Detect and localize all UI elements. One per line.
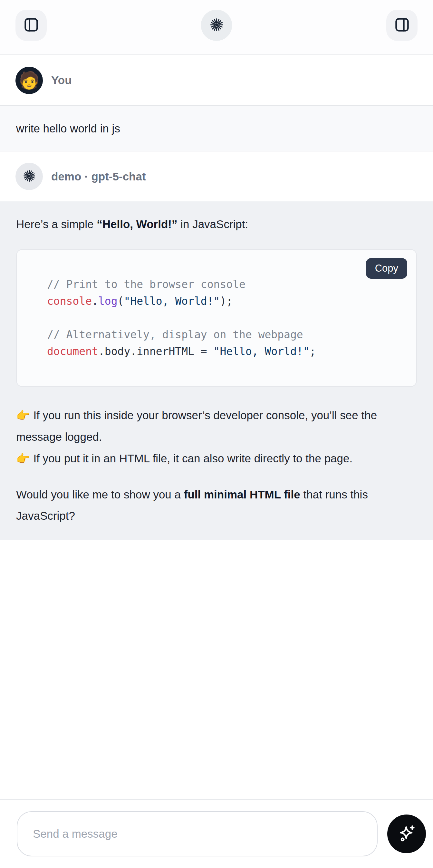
message-input[interactable] (17, 811, 378, 857)
send-button[interactable] (387, 814, 426, 853)
app-logo-badge (201, 10, 232, 41)
user-author-row: 🧑 You (0, 55, 433, 105)
assistant-avatar (16, 163, 43, 190)
assistant-author-row: demo · gpt-5-chat (0, 151, 433, 202)
panel-right-toggle-button[interactable] (386, 10, 417, 41)
starburst-icon (23, 169, 36, 184)
panel-right-icon (394, 17, 410, 34)
user-author-label: You (51, 74, 72, 87)
assistant-message-bubble: Here’s a simple “Hello, World!” in JavaS… (0, 202, 433, 540)
top-bar (0, 0, 433, 55)
sparkles-icon (396, 823, 417, 845)
code-content: // Print to the browser consoleconsole.l… (17, 250, 416, 386)
user-avatar: 🧑 (16, 67, 43, 94)
user-message-text: write hello world in js (16, 122, 120, 135)
code-block: Copy // Print to the browser consolecons… (16, 249, 417, 387)
composer-bar (0, 799, 433, 868)
assistant-tips-text: 👉 If you run this inside your browser’s … (16, 404, 415, 469)
copy-code-button[interactable]: Copy (366, 258, 407, 279)
assistant-author-label: demo · gpt-5-chat (51, 170, 146, 183)
chat-scroll-area[interactable] (0, 540, 433, 799)
panel-left-icon (23, 17, 40, 34)
assistant-question-text: Would you like me to show you a full min… (16, 484, 415, 526)
user-message-bubble: write hello world in js (0, 105, 433, 151)
starburst-icon (209, 18, 224, 33)
person-emoji: 🧑 (19, 72, 40, 89)
sidebar-toggle-button[interactable] (16, 10, 47, 41)
assistant-intro-text: Here’s a simple “Hello, World!” in JavaS… (16, 214, 415, 235)
